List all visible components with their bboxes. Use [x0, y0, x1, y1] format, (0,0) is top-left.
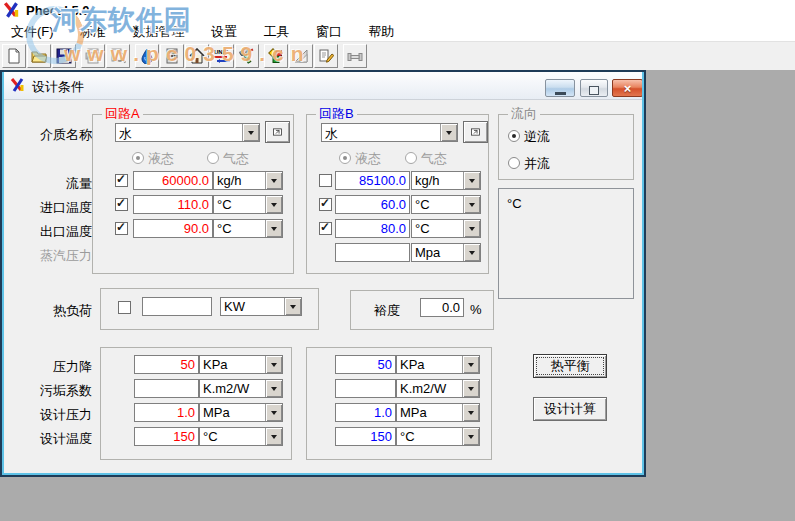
label-inlet-temp: 进口温度 [20, 199, 92, 217]
chevron-down-icon[interactable] [462, 356, 479, 373]
open-folder-button[interactable] [27, 44, 51, 68]
loop-a-flow-unit-select[interactable]: kg/h [213, 171, 283, 190]
loop-a-outlet-unit-select[interactable]: °C [213, 219, 283, 238]
loop-a-fouling-unit-select[interactable]: K.m2/W [199, 379, 283, 398]
loop-a-design-pressure-input[interactable] [134, 403, 199, 422]
loop-b-flow-input[interactable] [335, 171, 410, 190]
color-blocks-icon [268, 48, 284, 64]
loop-b-outlet-unit-select[interactable]: °C [411, 219, 481, 238]
home-icon [189, 48, 205, 64]
loop-a-outlet-checkbox[interactable] [115, 222, 128, 235]
app-title: Phecal 5.0 [26, 3, 90, 18]
heat-load-unit-select[interactable]: KW [220, 297, 302, 316]
loop-a-design-temp-unit-select[interactable]: °C [199, 427, 283, 446]
chevron-down-icon[interactable] [265, 356, 282, 373]
dialog-minimize-button[interactable] [545, 79, 575, 97]
loop-b-gas-radio[interactable] [405, 152, 417, 164]
heat-load-checkbox[interactable] [118, 301, 131, 314]
loop-b-pressure-drop-input[interactable] [335, 355, 396, 374]
ruler-button[interactable] [289, 44, 313, 68]
loop-a-medium-select[interactable]: 水 [115, 123, 260, 142]
chevron-down-icon[interactable] [265, 404, 282, 421]
pipe-fitting-button[interactable] [343, 44, 367, 68]
loop-a-medium-properties-button[interactable] [265, 121, 290, 143]
loop-a-inlet-checkbox[interactable] [115, 198, 128, 211]
chevron-down-icon[interactable] [463, 220, 480, 237]
home-button[interactable] [185, 44, 209, 68]
loop-b-steam-pressure-input[interactable] [335, 243, 410, 262]
margin-label: 裕度 [374, 302, 400, 320]
loop-a-flow-input[interactable] [133, 171, 213, 190]
loop-b-design-pressure-unit-select[interactable]: MPa [396, 403, 480, 422]
loop-b-title: 回路B [316, 107, 357, 121]
loop-b-pressure-drop-unit-select[interactable]: KPa [396, 355, 480, 374]
unit-converter-button[interactable]: UNIT [210, 44, 234, 68]
loop-b-outlet-checkbox[interactable] [319, 222, 332, 235]
chevron-down-icon[interactable] [440, 124, 457, 141]
save-button[interactable] [52, 44, 76, 68]
edit-notes-button[interactable] [314, 44, 338, 68]
chevron-down-icon[interactable] [462, 404, 479, 421]
loop-a-design-pressure-unit: MPa [203, 405, 230, 420]
loop-a-design-temp-input[interactable] [134, 427, 199, 446]
lmtd-panel: °C [498, 188, 634, 299]
design-calc-button[interactable]: 设计计算 [533, 397, 607, 421]
parallel-flow-radio[interactable] [508, 157, 520, 169]
chevron-down-icon[interactable] [265, 172, 282, 189]
loop-b-design-temp-input[interactable] [335, 427, 396, 446]
svg-text:UNIT: UNIT [214, 49, 228, 55]
color-blocks-button[interactable] [264, 44, 288, 68]
chevron-down-icon[interactable] [462, 428, 479, 445]
loop-b-outlet-input[interactable] [335, 219, 410, 238]
loop-a-pressure-drop-unit-select[interactable]: KPa [199, 355, 283, 374]
heat-load-input[interactable] [142, 297, 212, 316]
loop-a-fouling-input[interactable] [134, 379, 199, 398]
chevron-down-icon[interactable] [265, 428, 282, 445]
loop-b-inlet-checkbox[interactable] [319, 198, 332, 211]
loop-b-liquid-radio[interactable] [339, 152, 351, 164]
chevron-down-icon[interactable] [463, 196, 480, 213]
loop-a-liquid-radio[interactable] [132, 152, 144, 164]
loop-b-medium-select[interactable]: 水 [321, 123, 458, 142]
chevron-down-icon[interactable] [265, 220, 282, 237]
chevron-down-icon[interactable] [265, 380, 282, 397]
dialog-titlebar[interactable]: 设计条件 × [2, 72, 644, 100]
chevron-down-icon[interactable] [463, 244, 480, 261]
loop-a-inlet-unit-select[interactable]: °C [213, 195, 283, 214]
loop-a-flow-checkbox[interactable] [115, 174, 128, 187]
chevron-down-icon[interactable] [284, 298, 301, 315]
loop-b-fouling-input[interactable] [335, 379, 396, 398]
print-preview-button[interactable] [106, 44, 130, 68]
loop-b-inlet-unit-select[interactable]: °C [411, 195, 481, 214]
calculator-icon [164, 48, 180, 64]
dialog-maximize-button[interactable] [580, 79, 608, 97]
heat-balance-button[interactable]: 热平衡 [533, 354, 607, 378]
chevron-down-icon[interactable] [242, 124, 259, 141]
loop-a-outlet-input[interactable] [133, 219, 213, 238]
loop-a-design-pressure-unit-select[interactable]: MPa [199, 403, 283, 422]
loop-a-gas-radio[interactable] [207, 152, 219, 164]
water-properties-button[interactable] [135, 44, 159, 68]
loop-b-fouling-unit-select[interactable]: K.m2/W [396, 379, 480, 398]
chevron-down-icon[interactable] [463, 172, 480, 189]
loop-b-inlet-input[interactable] [335, 195, 410, 214]
loop-b-flow-unit-select[interactable]: kg/h [411, 171, 481, 190]
loop-a-pressure-drop-input[interactable] [134, 355, 199, 374]
chevron-down-icon[interactable] [265, 196, 282, 213]
loop-b-design-pressure-input[interactable] [335, 403, 396, 422]
margin-input[interactable] [420, 298, 464, 317]
new-document-icon [6, 48, 22, 64]
dialog-close-button[interactable]: × [612, 79, 643, 97]
calculator-button[interactable] [160, 44, 184, 68]
heat-load-unit: KW [224, 299, 245, 314]
loop-a-inlet-input[interactable] [133, 195, 213, 214]
chevron-down-icon[interactable] [462, 380, 479, 397]
counterflow-radio[interactable] [508, 130, 520, 142]
new-document-button[interactable] [2, 44, 26, 68]
loop-b-medium-properties-button[interactable] [463, 121, 488, 143]
loop-b-flow-checkbox[interactable] [319, 174, 332, 187]
loop-b-steam-unit-select[interactable]: Mpa [411, 243, 481, 262]
print-button[interactable] [81, 44, 105, 68]
loop-b-design-temp-unit-select[interactable]: °C [396, 427, 480, 446]
tools-button[interactable] [235, 44, 259, 68]
